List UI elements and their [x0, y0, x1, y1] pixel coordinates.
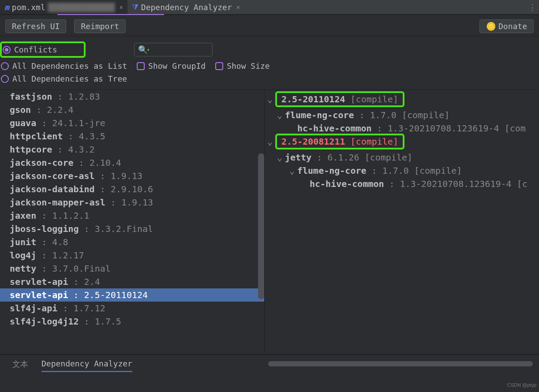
list-item[interactable]: httpclient : 4.3.5 [0, 130, 264, 143]
radio-icon [1, 62, 9, 70]
chevron-down-icon[interactable]: ⌄ [277, 110, 285, 120]
dependency-list-pane[interactable]: fastjson : 1.2.83gson : 2.2.4guava : 24.… [0, 90, 265, 354]
dep-version: 1.9.13 [111, 171, 142, 181]
tree-row[interactable]: ⌄ flume-ng-core : 1.7.0 [compile] [265, 108, 539, 122]
filter-show-size-label: Show Size [227, 61, 270, 71]
dep-name: slf4j-log4j12 [10, 316, 79, 327]
list-item[interactable]: slf4j-log4j12 : 1.7.5 [0, 315, 264, 328]
chevron-down-icon[interactable]: ⌄ [267, 94, 275, 105]
list-item[interactable]: gson : 2.2.4 [0, 103, 264, 116]
coin-icon: 🪙 [486, 22, 496, 31]
checkbox-icon [137, 62, 145, 70]
tree-row-conflict[interactable]: ⌄ 2.5-20081211 [compile] [265, 132, 539, 151]
tab-dependency-analyzer[interactable]: ⧩ Dependency Analyzer ✕ [127, 0, 244, 14]
tree-scope: [compile] [365, 152, 412, 163]
dep-name: jaxen [10, 210, 36, 221]
filter-show-groupid[interactable]: Show GroupId [137, 61, 206, 71]
dep-version: 4.3.5 [79, 131, 105, 142]
dep-name: jackson-core [10, 157, 74, 168]
tree-row[interactable]: ⌄ jetty : 6.1.26 [compile] [265, 151, 539, 164]
dep-name: servlet-api [10, 290, 68, 300]
dep-name: httpcore [10, 144, 52, 155]
list-item[interactable]: netty : 3.7.0.Final [0, 262, 264, 275]
tree-row[interactable]: ⌄ 2.5-20110124 [compile] [265, 90, 539, 108]
close-icon[interactable]: ✕ [236, 4, 240, 11]
filter-all-tree[interactable]: All Dependencies as Tree [1, 74, 127, 83]
dep-name: junit [10, 237, 36, 247]
list-item[interactable]: jaxen : 1.1.2.1 [0, 209, 264, 222]
list-item[interactable]: guava : 24.1.1-jre [0, 116, 264, 130]
list-item[interactable]: jackson-mapper-asl : 1.9.13 [0, 196, 264, 209]
bottom-tab-analyzer[interactable]: Dependency Analyzer [41, 359, 132, 372]
action-bar: Refresh UI Reimport 🪙 Donate [0, 15, 539, 36]
tree-name: flume-ng-core [297, 165, 367, 176]
tree-name: jetty [285, 152, 311, 163]
dep-name: log4j [10, 250, 36, 261]
tab-pom-path: ██████████████ [48, 3, 115, 12]
tree-row[interactable]: hc-hive-common : 1.3-20210708.123619-4 [… [265, 177, 539, 190]
list-item[interactable]: junit : 4.8 [0, 235, 264, 249]
list-item[interactable]: jackson-core : 2.10.4 [0, 156, 264, 169]
reimport-button[interactable]: Reimport [74, 19, 126, 33]
list-item[interactable]: servlet-api : 2.5-20110124 [0, 288, 264, 302]
tree-scope: [compile] [351, 136, 398, 147]
bottom-tab-text[interactable]: 文本 [12, 359, 28, 372]
scrollbar-thumb[interactable] [258, 153, 264, 299]
dep-version: 1.7.5 [95, 316, 121, 327]
dep-version: 2.2.4 [47, 105, 73, 115]
list-item[interactable]: slf4j-api : 1.7.12 [0, 302, 264, 315]
radio-icon [1, 75, 9, 83]
filter-all-list[interactable]: All Dependencies as List [1, 61, 127, 71]
dep-version: 3.7.0.Final [52, 263, 110, 274]
dep-version: 2.5-20110124 [84, 290, 148, 300]
chevron-down-icon[interactable]: ⌄ [267, 136, 275, 147]
refresh-button[interactable]: Refresh UI [5, 19, 66, 33]
tree-row[interactable]: ⌄ flume-ng-core : 1.7.0 [compile] [265, 164, 539, 177]
dep-version: 1.7.12 [74, 303, 105, 314]
dep-version: 4.3.2 [68, 144, 94, 155]
dep-version: 24.1.1-jre [52, 118, 105, 128]
dep-name: jboss-logging [10, 224, 79, 234]
dep-name: netty [10, 263, 36, 274]
donate-label: Donate [498, 22, 527, 31]
dep-name: jackson-databind [10, 184, 95, 194]
filter-show-size[interactable]: Show Size [215, 61, 270, 71]
search-icon: 🔍 [138, 45, 148, 54]
dep-version: 4.8 [52, 237, 68, 247]
dep-name: gson [10, 105, 31, 115]
list-item[interactable]: jboss-logging : 3.3.2.Final [0, 222, 264, 235]
filter-all-tree-label: All Dependencies as Tree [12, 74, 127, 83]
filter-conflicts-label: Conflicts [14, 45, 57, 54]
dropdown-arrow-icon: ▾ [147, 47, 150, 53]
dep-version: 1.9.13 [121, 197, 153, 208]
list-item[interactable]: jackson-databind : 2.9.10.6 [0, 183, 264, 196]
filter-conflicts[interactable]: Conflicts [3, 45, 57, 54]
tree-name: hc-hive-common [310, 179, 384, 189]
tree-version: 1.3-20210708.123619-4 [400, 179, 512, 189]
list-item[interactable]: httpcore : 4.3.2 [0, 143, 264, 156]
dep-name: jackson-mapper-asl [10, 197, 105, 208]
donate-button[interactable]: 🪙 Donate [479, 19, 534, 33]
more-menu-icon[interactable]: ⋮ [528, 3, 536, 12]
highlight-box: 2.5-20110124 [compile] [275, 91, 404, 107]
list-item[interactable]: fastjson : 1.2.83 [0, 90, 264, 103]
tree-scope: [compile] [402, 110, 449, 120]
dep-version: 1.2.83 [68, 91, 100, 102]
chevron-down-icon[interactable]: ⌄ [277, 152, 285, 163]
close-icon[interactable]: ✕ [119, 4, 123, 11]
chevron-down-icon[interactable]: ⌄ [289, 165, 297, 176]
dep-name: guava [10, 118, 36, 128]
tab-pom[interactable]: m pom.xml ██████████████ ✕ [0, 0, 127, 14]
filter-conflicts-highlight: Conflicts [0, 41, 86, 58]
list-item[interactable]: log4j : 1.2.17 [0, 249, 264, 262]
filter-all-list-label: All Dependencies as List [12, 61, 127, 71]
dep-version: 2.9.10.6 [111, 184, 153, 194]
list-item[interactable]: jackson-core-asl : 1.9.13 [0, 169, 264, 183]
search-input[interactable]: 🔍▾ [134, 43, 213, 56]
dependency-tree-pane[interactable]: ⌄ 2.5-20110124 [compile] ⌄ flume-ng-core… [265, 90, 539, 354]
dep-name: servlet-api [10, 276, 68, 287]
filter-show-groupid-label: Show GroupId [148, 61, 206, 71]
scrollbar-thumb-horizontal[interactable] [268, 361, 533, 366]
list-item[interactable]: servlet-api : 2.4 [0, 275, 264, 288]
checkbox-icon [215, 62, 223, 70]
